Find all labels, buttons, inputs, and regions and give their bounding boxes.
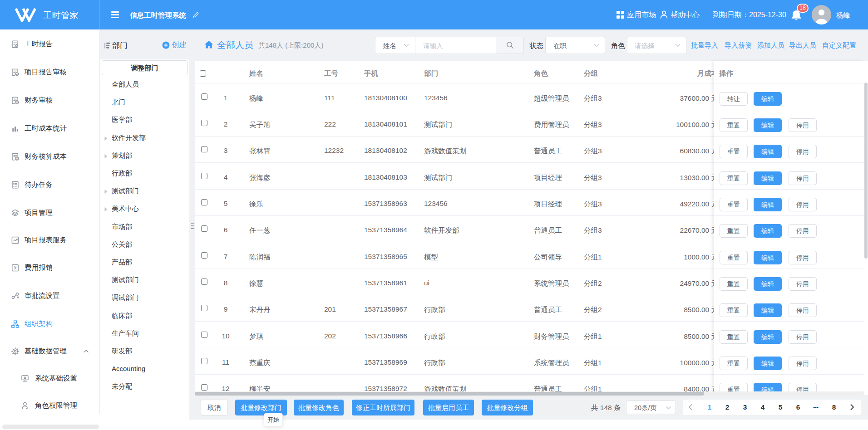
- svg-text:$: $: [16, 101, 18, 104]
- svg-text:$: $: [16, 157, 18, 160]
- svg-text:¥: ¥: [13, 265, 17, 270]
